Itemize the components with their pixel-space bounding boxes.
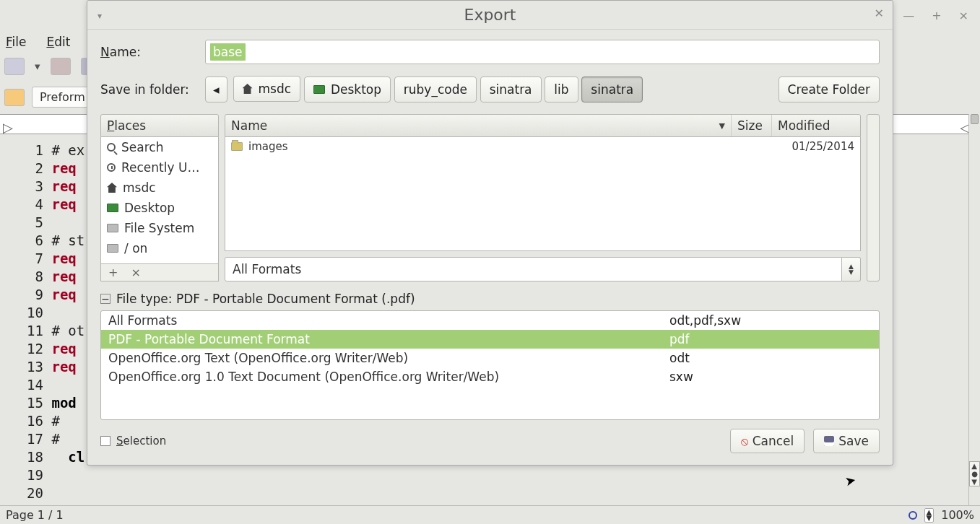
- remove-bookmark-button[interactable]: ×: [131, 266, 140, 279]
- sort-indicator-icon: ▼: [719, 121, 725, 131]
- add-bookmark-button[interactable]: +: [108, 266, 118, 279]
- create-folder-button[interactable]: Create Folder: [779, 77, 880, 102]
- vertical-scrollbar[interactable]: ▲●▼: [968, 114, 980, 505]
- breadcrumb-lib[interactable]: lib: [545, 77, 578, 102]
- format-filter-value: All Formats: [225, 257, 842, 281]
- files-header-name[interactable]: Name ▼: [225, 115, 732, 136]
- filetype-row[interactable]: OpenOffice.org 1.0 Text Document (OpenOf…: [101, 367, 879, 386]
- places-item-msdc[interactable]: msdc: [101, 178, 218, 198]
- ruler-left-marker-icon[interactable]: ▷: [3, 120, 13, 135]
- files-header-size[interactable]: Size: [732, 115, 772, 136]
- filetype-row[interactable]: PDF - Portable Document Formatpdf: [101, 330, 879, 349]
- statusbar: Page 1 / 1 ▲▼ 100%: [0, 505, 980, 524]
- close-icon[interactable]: ×: [959, 9, 968, 22]
- cancel-button[interactable]: ⦸ Cancel: [730, 429, 805, 453]
- desktop-icon: [313, 85, 325, 94]
- filetype-header-label: File type: PDF - Portable Document Forma…: [116, 292, 415, 306]
- open-icon[interactable]: [51, 58, 71, 75]
- folder-icon: [231, 142, 243, 151]
- name-label: Name:: [100, 45, 205, 59]
- drive-icon: [107, 244, 118, 253]
- filetype-row[interactable]: All Formatsodt,pdf,sxw: [101, 311, 879, 330]
- toolbar-2: Preform: [4, 87, 93, 108]
- menu-edit[interactable]: Edit: [46, 35, 70, 49]
- places-item-file-system[interactable]: File System: [101, 218, 218, 238]
- places-minibar: + ×: [100, 264, 219, 281]
- places-item-desktop[interactable]: Desktop: [101, 198, 218, 218]
- cancel-icon: ⦸: [741, 435, 748, 448]
- name-input-value: base: [210, 43, 246, 61]
- zoom-level[interactable]: 100%: [941, 508, 974, 522]
- scrollbar-thumb[interactable]: [971, 114, 979, 124]
- home-icon: [243, 84, 253, 94]
- menubar: FFileile Edit: [6, 35, 70, 49]
- file-row[interactable]: images01/25/2014: [225, 137, 860, 156]
- filetype-header[interactable]: − File type: PDF - Portable Document For…: [100, 292, 880, 306]
- minimize-icon[interactable]: —: [903, 9, 914, 22]
- window-menu-icon[interactable]: ▾: [97, 11, 102, 21]
- document-body[interactable]: 1 # ex2 req3 req4 req5 6 # st7 req8 req9…: [22, 141, 84, 520]
- places-list: SearchRecently U…msdcDesktopFile System/…: [100, 137, 219, 264]
- format-filter-stepper-icon[interactable]: ▲▼: [842, 257, 861, 281]
- close-icon[interactable]: ✕: [875, 6, 884, 20]
- path-back-button[interactable]: ◂: [205, 77, 227, 102]
- places-header[interactable]: Places: [100, 114, 219, 137]
- files-scrollbar[interactable]: [867, 114, 880, 281]
- format-filter-select[interactable]: All Formats ▲▼: [225, 257, 861, 281]
- page-indicator: Page 1 / 1: [6, 508, 64, 522]
- files-header: Name ▼ Size Modified: [225, 114, 861, 137]
- window-controls: — + ×: [903, 9, 968, 22]
- menu-file[interactable]: FFileile: [6, 35, 26, 49]
- home-icon: [107, 183, 117, 193]
- name-input[interactable]: base: [205, 40, 880, 64]
- highlight-icon[interactable]: [4, 89, 25, 106]
- save-in-folder-label: Save in folder:: [100, 82, 205, 97]
- breadcrumb-ruby_code[interactable]: ruby_code: [394, 77, 477, 102]
- breadcrumb-Desktop[interactable]: Desktop: [304, 77, 391, 102]
- drive-icon: [107, 224, 118, 232]
- maximize-icon[interactable]: +: [932, 9, 941, 22]
- save-button[interactable]: Save: [813, 429, 880, 453]
- save-icon: [824, 436, 834, 446]
- scrollbar-steppers[interactable]: ▲●▼: [969, 461, 980, 486]
- breadcrumb-sinatra[interactable]: sinatra: [480, 77, 542, 102]
- dialog-title: Export: [464, 6, 516, 24]
- filetype-row[interactable]: OpenOffice.org Text (OpenOffice.org Writ…: [101, 349, 879, 367]
- search-icon: [107, 143, 116, 152]
- zoom-stepper[interactable]: ▲▼: [924, 508, 935, 523]
- collapse-icon[interactable]: −: [100, 294, 110, 304]
- places-item-search[interactable]: Search: [101, 137, 218, 157]
- desktop-icon: [107, 204, 118, 212]
- places-item--on[interactable]: / on: [101, 238, 218, 258]
- dialog-titlebar[interactable]: ▾ Export ✕: [87, 1, 893, 30]
- filetype-table: All Formatsodt,pdf,sxwPDF - Portable Doc…: [100, 310, 880, 420]
- selection-checkbox[interactable]: [100, 436, 110, 446]
- files-header-modified[interactable]: Modified: [772, 115, 860, 136]
- places-item-recently-u-[interactable]: Recently U…: [101, 157, 218, 178]
- export-dialog: ▾ Export ✕ Name: base Save in folder: ◂ …: [87, 0, 893, 466]
- breadcrumb-msdc[interactable]: msdc: [233, 76, 301, 102]
- new-doc-dropdown-icon[interactable]: ▾: [35, 60, 40, 73]
- breadcrumb-sinatra[interactable]: sinatra: [581, 77, 643, 102]
- recent-icon: [107, 163, 116, 172]
- selection-label: Selection: [116, 435, 166, 447]
- zoom-target-icon[interactable]: [909, 511, 917, 520]
- files-list[interactable]: images01/25/2014: [225, 137, 861, 251]
- new-doc-icon[interactable]: [4, 58, 25, 75]
- paragraph-style-select[interactable]: Preform: [32, 87, 93, 108]
